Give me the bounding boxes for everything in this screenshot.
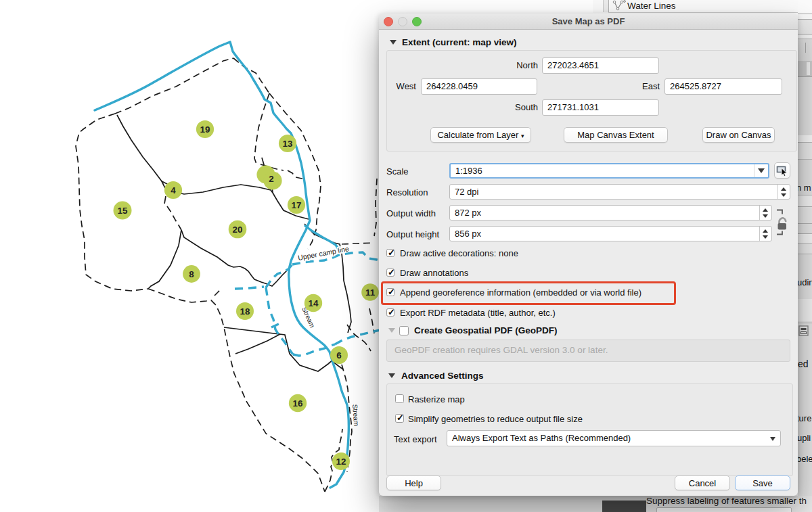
svg-text:13: 13: [283, 139, 293, 149]
svg-text:19: 19: [200, 124, 210, 135]
svg-text:15: 15: [118, 206, 128, 216]
svg-text:16: 16: [293, 398, 303, 409]
svg-text:6: 6: [336, 350, 341, 360]
svg-text:18: 18: [240, 306, 250, 317]
svg-text:4: 4: [171, 185, 176, 195]
svg-text:20: 20: [233, 225, 243, 235]
svg-text:2: 2: [269, 174, 273, 184]
svg-text:8: 8: [189, 269, 194, 279]
svg-text:14: 14: [309, 298, 319, 308]
svg-text:12: 12: [336, 457, 346, 467]
svg-text:Stream: Stream: [351, 404, 360, 426]
svg-text:17: 17: [292, 200, 302, 210]
svg-text:11: 11: [365, 287, 376, 298]
